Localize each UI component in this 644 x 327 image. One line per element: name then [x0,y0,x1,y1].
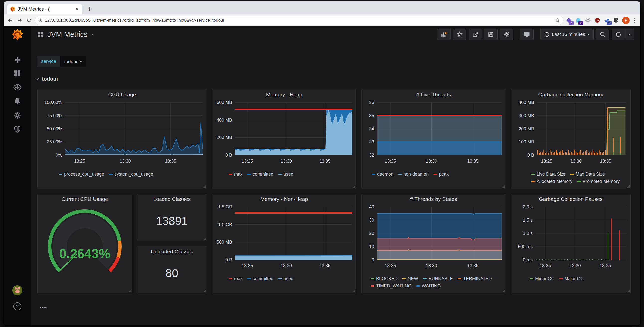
bookmark-star-icon[interactable] [554,18,560,23]
legend-swatch [570,174,574,175]
refresh-button[interactable] [612,29,625,40]
new-tab-button[interactable]: + [85,5,94,13]
panel-resize-handle[interactable] [203,185,206,188]
alerting-bell-icon[interactable] [4,97,31,105]
user-avatar[interactable] [4,285,31,296]
legend-swatch [370,286,374,287]
ruler-extension-icon[interactable]: 27 [603,17,610,24]
legend-item[interactable]: max [228,275,242,283]
dashboard-title[interactable]: JVM Metrics [47,30,88,39]
legend-item[interactable]: TIMED_WAITING [370,283,412,290]
panel-resize-handle[interactable] [353,185,356,188]
back-button[interactable] [6,17,14,24]
dashboard-grid-icon[interactable] [37,31,44,38]
chart-plot[interactable]: 13:2513:3013:350 ms500 ms1.0 s1.5 s2.0 s [511,204,630,272]
legend-item[interactable]: peak [434,171,448,178]
create-plus-icon[interactable] [4,56,31,64]
reload-button[interactable] [26,17,33,24]
profile-avatar[interactable]: F [622,17,630,24]
row-header-todoui[interactable]: todoui [35,74,636,84]
help-icon[interactable]: ? [4,302,31,311]
panel-resize-handle[interactable] [128,290,131,292]
explore-compass-icon[interactable] [4,83,31,92]
legend-swatch [423,278,427,280]
legend-item[interactable]: committed [247,171,274,178]
gauge: 0.2643% [42,207,127,284]
legend-item[interactable]: TERMINATED [458,275,492,283]
legend-item[interactable]: used [278,275,293,283]
site-info-icon[interactable] [38,18,42,23]
legend-item[interactable]: committed [247,275,274,283]
browser-tab[interactable]: JVM Metrics - ( × [8,4,82,14]
legend-item[interactable]: Max Data Size [570,171,605,178]
panel-title[interactable]: Loaded Classes [137,194,206,204]
panel-resize-handle[interactable] [502,290,505,292]
server-admin-shield-icon[interactable] [4,125,31,133]
legend-item[interactable]: Promoted Memory [577,178,620,185]
settings-gear-button[interactable] [500,29,514,40]
panel-title[interactable]: Unloaded Classes [137,246,206,257]
tab-title: JVM Metrics - ( [18,6,74,12]
legend-item[interactable]: used [278,171,293,178]
panel-title[interactable]: Memory - Non-Heap [212,194,356,204]
panel-resize-handle[interactable] [203,290,206,292]
add-panel-button[interactable] [437,29,450,40]
legend-item[interactable]: Live Data Size [531,171,566,178]
panel-resize-handle[interactable] [627,185,630,188]
panel-title[interactable]: Garbage Collection Pauses [511,194,630,204]
chart-plot[interactable]: 13:2513:3013:350%25.00%50.00%75.00%100.0… [38,100,206,168]
legend-item[interactable]: Allocated Memory [531,178,572,185]
dashboards-icon[interactable] [4,69,31,77]
panel-title[interactable]: Garbage Collection Memory [511,89,630,100]
puzzle-extensions-icon[interactable] [612,17,620,24]
panel-resize-handle[interactable] [353,290,356,292]
variable-value-dropdown[interactable]: todoui [60,56,86,67]
legend-item[interactable]: RUNNABLE [423,275,453,283]
cycle-view-monitor-button[interactable] [520,29,534,40]
zoom-out-button[interactable] [596,29,609,40]
star-button[interactable] [453,29,466,40]
panel-title[interactable]: # Threads by States [362,194,506,204]
panel-resize-handle[interactable] [627,290,630,292]
variable-service-picker[interactable]: service todoui [37,56,86,67]
ghost-extension-icon[interactable]: 0 [575,17,582,24]
refresh-interval-caret[interactable] [625,29,634,40]
url-bar[interactable]: 127.0.0.1:3002/d/D65bST8iz/jvm-metrics?o… [35,16,563,25]
chart-plot[interactable]: 13:2513:3013:350 B100 MB200 MB300 MB400 … [511,100,630,168]
ublock-extension-icon[interactable]: uO [594,17,601,24]
title-caret-icon[interactable] [91,34,94,36]
panel-title[interactable]: Current CPU Usage [38,194,132,204]
browser-menu-icon[interactable] [632,18,638,23]
legend-item[interactable]: daemon [372,171,393,178]
chart-plot[interactable]: 13:2513:3013:350 B200 MB400 MB600 MB [212,100,356,168]
legend-item[interactable]: BLOCKED [370,275,398,283]
svg-text:13:25: 13:25 [74,159,85,164]
save-button[interactable] [484,29,498,40]
legend-item[interactable]: Minor GC [530,275,554,283]
legend-item[interactable]: non-deamon [398,171,429,178]
legend-item[interactable]: system_cpu_usage [109,171,153,178]
chart-plot[interactable]: 13:2513:3013:350 B500 MB1.0 GB1.5 GB [212,204,356,272]
panel-title[interactable]: CPU Usage [38,89,206,100]
purple-diamond-extension-icon[interactable]: 7 [565,17,573,24]
panel-resize-handle[interactable] [502,185,505,188]
share-button[interactable] [468,29,482,40]
chart-plot[interactable]: 13:2513:3013:353233343536 [362,100,506,168]
panel-resize-handle[interactable] [203,237,206,240]
legend-item[interactable]: WAITING [416,283,441,290]
gear-extension-icon[interactable] [584,17,592,24]
svg-text:35: 35 [369,113,374,118]
legend-item[interactable]: max [228,171,242,178]
legend-item[interactable]: Major GC [559,275,584,283]
tab-close-icon[interactable]: × [74,6,80,12]
grafana-logo[interactable] [4,29,31,40]
forward-button[interactable] [16,17,24,24]
legend-item[interactable]: process_cpu_usage [58,171,104,178]
panel-loaded: Loaded Classes13891 [137,194,207,241]
chart-plot[interactable]: 13:2513:3013:35010203040 [362,204,506,272]
legend-item[interactable]: NEW [402,275,418,283]
panel-title[interactable]: Memory - Heap [212,89,356,100]
time-range-picker[interactable]: Last 15 minutes [540,29,594,40]
panel-title[interactable]: # Live Threads [362,89,506,100]
configuration-gear-icon[interactable] [4,111,31,119]
